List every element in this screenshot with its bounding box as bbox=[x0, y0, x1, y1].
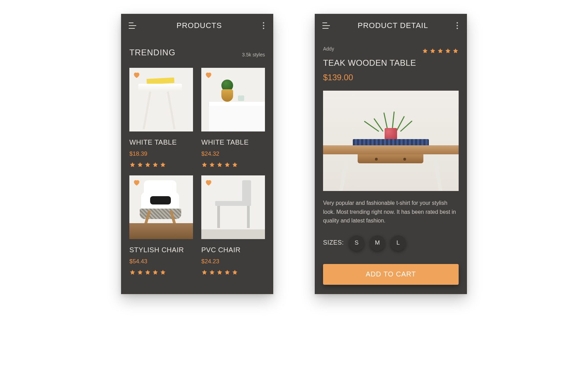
product-detail-screen: PRODUCT DETAIL Addy TEAK WOODEN TABLE $1… bbox=[315, 14, 467, 294]
menu-icon[interactable] bbox=[322, 22, 331, 29]
star-icon bbox=[232, 269, 238, 275]
rating-stars bbox=[201, 162, 265, 168]
star-icon bbox=[201, 162, 208, 168]
star-icon bbox=[137, 269, 143, 275]
rating-stars bbox=[129, 162, 193, 168]
product-image bbox=[201, 175, 265, 239]
star-icon bbox=[445, 48, 451, 54]
section-title: TRENDING bbox=[129, 48, 175, 57]
star-icon bbox=[129, 269, 136, 275]
product-image bbox=[129, 68, 193, 131]
product-price: $24.23 bbox=[201, 258, 265, 265]
size-option[interactable]: L bbox=[390, 235, 406, 251]
product-description: Very popular and fashionable t-shirt for… bbox=[315, 191, 467, 225]
topbar: PRODUCT DETAIL bbox=[315, 14, 467, 34]
brand-rating-row: Addy bbox=[315, 34, 467, 54]
section-subtitle: 3.5k styles bbox=[242, 52, 265, 57]
product-price: $139.00 bbox=[315, 68, 467, 82]
product-price: $54.43 bbox=[129, 258, 193, 265]
rating-stars bbox=[129, 269, 193, 275]
topbar: PRODUCTS bbox=[121, 14, 273, 34]
sizes-row: SIZES: S M L bbox=[315, 225, 467, 251]
size-option[interactable]: M bbox=[369, 235, 385, 251]
star-icon bbox=[160, 269, 166, 275]
products-screen: PRODUCTS TRENDING 3.5k styles WHITE TABL… bbox=[121, 14, 273, 294]
screen-title: PRODUCTS bbox=[176, 21, 222, 30]
sizes-label: SIZES: bbox=[323, 239, 344, 246]
star-icon bbox=[160, 162, 166, 168]
more-icon[interactable] bbox=[455, 21, 459, 30]
star-icon bbox=[145, 162, 151, 168]
star-icon bbox=[232, 162, 238, 168]
rating-stars bbox=[201, 269, 265, 275]
product-price: $18.39 bbox=[129, 151, 193, 157]
screen-title: PRODUCT DETAIL bbox=[358, 21, 428, 30]
heart-icon[interactable] bbox=[133, 179, 140, 186]
star-icon bbox=[209, 162, 215, 168]
product-name: WHITE TABLE bbox=[201, 138, 265, 146]
more-icon[interactable] bbox=[261, 21, 266, 30]
product-card[interactable]: STYLISH CHAIR $54.43 bbox=[129, 175, 193, 275]
star-icon bbox=[152, 162, 158, 168]
menu-icon[interactable] bbox=[129, 22, 137, 29]
product-card[interactable]: WHITE TABLE $18.39 bbox=[129, 68, 193, 168]
product-image bbox=[129, 175, 193, 239]
product-price: $24.32 bbox=[201, 151, 265, 157]
star-icon bbox=[137, 162, 143, 168]
heart-icon[interactable] bbox=[133, 71, 140, 79]
size-option[interactable]: S bbox=[349, 235, 365, 251]
star-icon bbox=[224, 162, 230, 168]
product-name: STYLISH CHAIR bbox=[129, 246, 193, 254]
product-name: WHITE TABLE bbox=[129, 138, 193, 146]
star-icon bbox=[422, 48, 428, 54]
star-icon bbox=[430, 48, 436, 54]
star-icon bbox=[201, 269, 208, 275]
star-icon bbox=[152, 269, 158, 275]
brand-label: Addy bbox=[323, 46, 334, 52]
product-card[interactable]: PVC CHAIR $24.23 bbox=[201, 175, 265, 275]
section-header: TRENDING 3.5k styles bbox=[121, 34, 273, 57]
heart-icon[interactable] bbox=[205, 179, 212, 186]
product-title: TEAK WOODEN TABLE bbox=[315, 54, 467, 68]
product-name: PVC CHAIR bbox=[201, 246, 265, 254]
product-card[interactable]: WHITE TABLE $24.32 bbox=[201, 68, 265, 168]
heart-icon[interactable] bbox=[205, 71, 212, 79]
star-icon bbox=[209, 269, 215, 275]
product-image bbox=[323, 91, 459, 191]
star-icon bbox=[145, 269, 151, 275]
star-icon bbox=[224, 269, 230, 275]
product-grid: WHITE TABLE $18.39 WHITE TABLE $24.32 ST… bbox=[121, 57, 273, 284]
star-icon bbox=[437, 48, 443, 54]
star-icon bbox=[217, 162, 223, 168]
star-icon bbox=[452, 48, 459, 54]
star-icon bbox=[129, 162, 136, 168]
star-icon bbox=[217, 269, 223, 275]
rating-stars bbox=[422, 48, 459, 54]
add-to-cart-button[interactable]: ADD TO CART bbox=[323, 264, 459, 285]
product-image bbox=[201, 68, 265, 131]
